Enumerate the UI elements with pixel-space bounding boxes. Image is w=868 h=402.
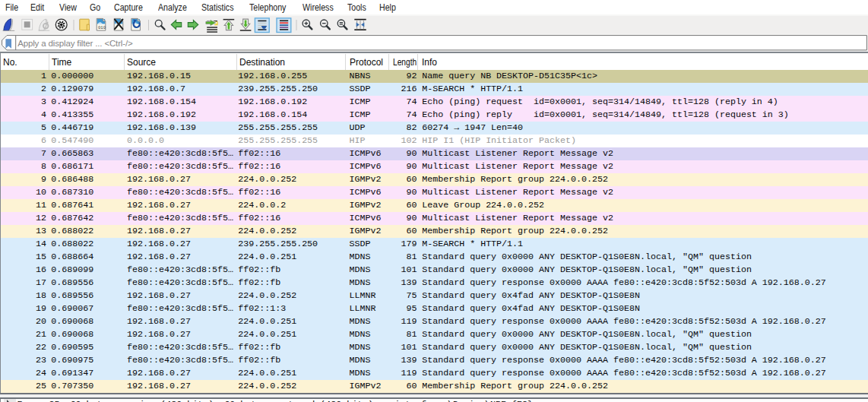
svg-text:010: 010 xyxy=(98,25,106,30)
